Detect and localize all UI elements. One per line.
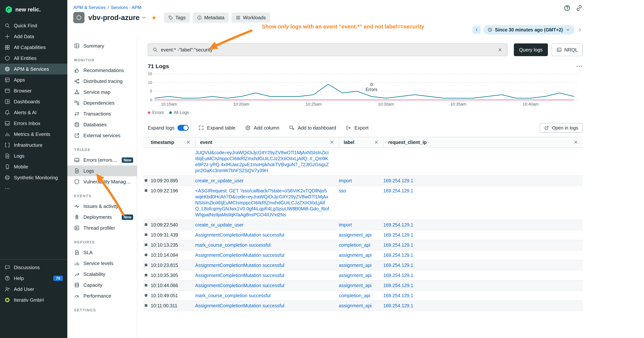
log-row-8[interactable]: 10:10:35.305AssignmentCompletionMutation…	[143, 270, 583, 280]
log-label-link[interactable]: import	[339, 220, 383, 230]
remove-column-event-icon[interactable]	[330, 140, 334, 145]
sidebar-item-apm-services[interactable]: APM & Services	[0, 64, 67, 75]
sidebar-item-mobile[interactable]: Mobile	[0, 161, 67, 172]
breadcrumb-apm-services[interactable]: APM & Services	[73, 5, 106, 10]
sidebar-item-errors-inbox[interactable]: Errors Inbox	[0, 118, 67, 129]
subnav-item-service-map[interactable]: Service map	[67, 87, 137, 98]
log-row-5[interactable]: 10:10:13.235mark_course_completion succe…	[143, 240, 583, 250]
subnav-item-deployments[interactable]: DeploymentsNew	[67, 212, 137, 222]
add-column-button[interactable]: Add column	[245, 125, 279, 131]
log-row-9[interactable]: 10:10:44.066AssignmentCompletionMutation…	[143, 280, 583, 291]
log-ip-link[interactable]: 169.254.129.1	[383, 250, 583, 260]
log-row-7[interactable]: 10:10:23.815AssignmentCompletionMutation…	[143, 260, 583, 270]
log-label-link[interactable]: completion_api	[339, 291, 383, 300]
log-label-link[interactable]: assignment_api	[339, 280, 383, 290]
permalink-icon[interactable]	[576, 5, 583, 12]
log-label-link[interactable]: completion_api	[339, 240, 383, 250]
subnav-item-external-services[interactable]: External services	[67, 130, 137, 141]
log-event-link[interactable]: AssignmentCompletionMutation successful	[195, 280, 339, 290]
help-circle-icon[interactable]	[564, 5, 571, 12]
subnav-item-errors-errors-inb[interactable]: Errors (errors inb...New	[67, 155, 137, 165]
row-select-handle[interactable]	[145, 304, 147, 307]
export-button[interactable]: Export	[346, 125, 368, 131]
log-event-link[interactable]: mark_course_completion successful	[195, 291, 339, 300]
log-ip-link[interactable]: 169.254.129.1	[383, 176, 583, 185]
remove-column-label-icon[interactable]	[374, 140, 379, 145]
expand-logs-toggle[interactable]: Expand logs	[148, 125, 189, 131]
subnav-item-performance[interactable]: Performance	[67, 290, 137, 301]
subnav-item-service-levels[interactable]: Service levels	[67, 258, 137, 269]
row-select-handle[interactable]	[145, 223, 147, 226]
log-ip-link[interactable]: 169.254.129.1	[383, 270, 583, 280]
log-label-link[interactable]: assignment_api	[339, 250, 383, 260]
log-event-link[interactable]: AssignmentCompletionMutation successful	[195, 270, 339, 280]
row-select-handle[interactable]	[145, 274, 147, 276]
sidebar-item-quick-find[interactable]: Quick Find	[0, 20, 67, 31]
row-select-handle[interactable]	[145, 264, 147, 266]
sidebar-item-more[interactable]	[0, 183, 67, 194]
row-select-handle[interactable]	[145, 284, 147, 286]
chevron-right-icon[interactable]	[577, 27, 583, 33]
log-ip-link[interactable]: 169.254.129.1	[383, 240, 583, 250]
sidebar-footer-discussions[interactable]: Discussions	[0, 262, 67, 273]
legend-errors[interactable]: Errors	[148, 110, 164, 115]
workloads-button[interactable]: Workloads	[232, 13, 270, 23]
row-select-handle[interactable]	[145, 179, 147, 182]
remove-column-request-client-ip-icon[interactable]	[573, 140, 578, 145]
subnav-item-sla[interactable]: SLA	[67, 247, 137, 258]
query-logs-button[interactable]: Query logs	[514, 44, 548, 56]
row-select-handle[interactable]	[145, 189, 147, 192]
subnav-item-databases[interactable]: Databases	[67, 119, 137, 130]
log-ip-link[interactable]: 169.254.129.1	[383, 301, 583, 310]
sidebar-item-apps[interactable]: Apps	[0, 75, 67, 85]
sidebar-item-all-entities[interactable]: All Entities	[0, 53, 67, 64]
time-picker[interactable]: Since 30 minutes ago (GMT+2)	[483, 25, 574, 35]
log-event-link[interactable]: AssignmentCompletionMutation successful	[195, 301, 339, 310]
log-label-link[interactable]: assignment_api	[339, 301, 383, 310]
log-ip-link[interactable]: 169.254.129.1	[383, 260, 583, 270]
log-label-link[interactable]: assignment_api	[339, 260, 383, 270]
sidebar-item-dashboards[interactable]: Dashboards	[0, 96, 67, 107]
log-event-link[interactable]: AssignmentCompletionMutation successful	[195, 250, 339, 260]
log-event-link[interactable]: AssignmentCompletionMutation successful	[195, 230, 339, 240]
subnav-item-issues-activity[interactable]: Issues & activity	[67, 201, 137, 212]
log-ip-link[interactable]: 169.254.129.1	[383, 280, 583, 290]
log-event-link[interactable]: AssignmentCompletionMutation successful	[195, 260, 339, 270]
subnav-item-summary[interactable]: Summary	[67, 41, 137, 51]
subnav-item-scalability[interactable]: Scalability	[67, 269, 137, 280]
log-event-link[interactable]: mark_course_completion successful	[195, 240, 339, 250]
entity-switcher-caret-icon[interactable]	[141, 15, 146, 20]
add-to-dashboard-button[interactable]: Add to dashboard	[289, 125, 336, 131]
open-in-logs-button[interactable]: Open in logs	[540, 123, 583, 133]
log-ip-link[interactable]: 169.254.129.1	[383, 291, 583, 300]
log-row-2[interactable]: 10:09:22.196<ASGIRequest: GET '/sso/call…	[143, 186, 583, 220]
sidebar-footer-help[interactable]: Help70	[0, 273, 67, 284]
log-ip-link[interactable]: 169.254.129.1	[383, 220, 583, 230]
logs-query-input[interactable]	[161, 47, 494, 53]
toggle-on-icon[interactable]	[178, 125, 189, 131]
sidebar-item-browser[interactable]: Browser	[0, 85, 67, 96]
row-select-handle[interactable]	[145, 294, 147, 297]
subnav-item-dependencies[interactable]: Dependencies	[67, 98, 137, 108]
legend-all-logs[interactable]: All Logs	[169, 110, 189, 115]
sidebar-item-infrastructure[interactable]: Infrastructure	[0, 140, 67, 150]
sidebar-item-all-capabilities[interactable]: All Capabilities	[0, 42, 67, 53]
breadcrumb-services-apm[interactable]: Services - APM	[111, 5, 141, 10]
log-label-link[interactable]: assignment_api	[339, 230, 383, 240]
sidebar-item-alerts-ai[interactable]: Alerts & AI	[0, 107, 67, 118]
log-row-4[interactable]: 10:09:31.439AssignmentCompletionMutation…	[143, 230, 583, 240]
tags-button[interactable]: Tags	[164, 13, 190, 23]
log-row-11[interactable]: 10:11:00.311AssignmentCompletionMutation…	[143, 301, 583, 311]
expand-table-button[interactable]: Expand table	[198, 125, 236, 131]
log-row-6[interactable]: 10:10:14.094AssignmentCompletionMutation…	[143, 250, 583, 260]
log-event-link[interactable]: create_or_update_user	[195, 176, 339, 185]
subnav-item-thread-profiler[interactable]: Thread profiler	[67, 222, 137, 233]
subnav-item-logs[interactable]: Logs	[67, 165, 137, 176]
subnav-item-distributed-tracing[interactable]: Distributed tracing	[67, 76, 137, 87]
log-row-10[interactable]: 10:10:49.051mark_course_completion succe…	[143, 291, 583, 301]
log-row-0[interactable]: JUQVU&code=eyJraWQiOiJjcGItY29yZV8wOTl1M…	[143, 148, 583, 176]
nrql-button[interactable]: NRQL	[552, 44, 583, 56]
sidebar-item-logs[interactable]: Logs	[0, 150, 67, 161]
sidebar-item-metrics-events[interactable]: Metrics & Events	[0, 129, 67, 140]
log-label-link[interactable]: assignment_api	[339, 270, 383, 280]
